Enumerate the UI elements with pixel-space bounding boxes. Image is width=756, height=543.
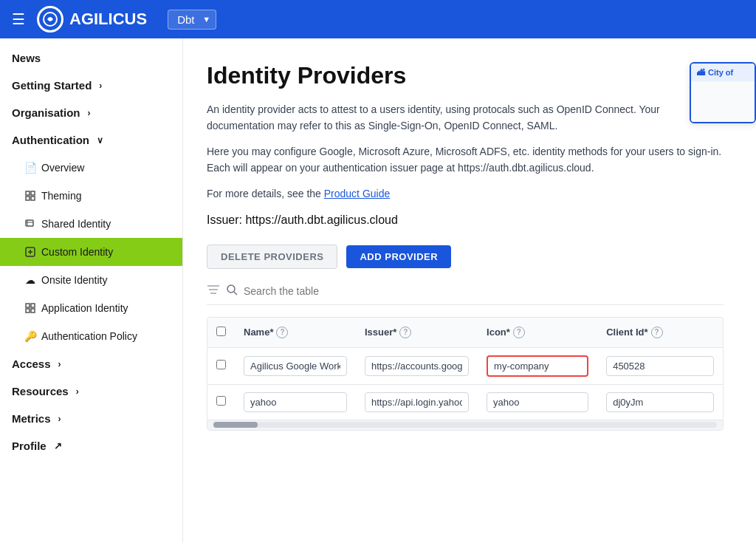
description-3: For more details, see the Product Guide: [207, 185, 724, 202]
col-issuer: Issuer* ?: [356, 318, 478, 348]
sidebar-item-onsite-identity-label: Onsite Identity: [41, 274, 108, 286]
city-icon: 🏙: [697, 68, 705, 77]
row2-icon-cell[interactable]: [478, 384, 597, 420]
row1-issuer-cell[interactable]: [356, 347, 478, 384]
row1-icon-cell[interactable]: [478, 347, 597, 384]
search-bar: [207, 284, 724, 305]
custom-identity-icon: [24, 245, 37, 259]
sidebar-item-metrics-label: Metrics: [12, 412, 51, 425]
sidebar-item-application-identity[interactable]: Application Identity: [0, 294, 182, 322]
sidebar-item-organisation-label: Organisation: [12, 106, 80, 119]
svg-rect-11: [26, 304, 30, 307]
row2-checkbox-cell: [207, 384, 235, 420]
client-id-help-icon[interactable]: ?: [651, 327, 663, 338]
sidebar: News Getting Started › Organisation › Au…: [0, 38, 183, 543]
sidebar-item-theming[interactable]: Theming: [0, 182, 182, 210]
svg-line-19: [234, 292, 237, 295]
name-help-icon[interactable]: ?: [276, 327, 288, 338]
sidebar-item-authentication-label: Authentication: [12, 134, 89, 146]
row2-issuer-cell[interactable]: [356, 384, 478, 420]
sidebar-item-overview-label: Overview: [41, 162, 84, 174]
sidebar-item-authentication[interactable]: Authentication ∨: [0, 126, 182, 154]
select-all-checkbox[interactable]: [216, 327, 226, 336]
sidebar-item-overview[interactable]: 📄 Overview: [0, 154, 182, 182]
issuer-help-icon[interactable]: ?: [399, 327, 411, 338]
filter-icon[interactable]: [207, 284, 220, 298]
svg-rect-2: [31, 191, 35, 195]
menu-icon[interactable]: ☰: [12, 10, 25, 28]
row2-name-input[interactable]: [244, 392, 347, 412]
row2-client-id-cell[interactable]: [597, 384, 723, 420]
table-row: [207, 347, 723, 384]
row2-checkbox[interactable]: [216, 396, 226, 406]
description-1: An identity provider acts to attest to a…: [207, 101, 724, 134]
issuer-label: Issuer:: [207, 214, 242, 226]
org-dropdown-wrapper[interactable]: Dbt ▼: [159, 10, 216, 30]
sidebar-item-shared-identity-label: Shared Identity: [41, 218, 111, 230]
sidebar-item-getting-started-label: Getting Started: [12, 79, 92, 92]
table-header-row: Name* ? Issuer* ?: [207, 318, 723, 348]
external-link-icon: ↗: [54, 440, 62, 451]
action-bar: DELETE PROVIDERS ADD PROVIDER: [207, 245, 724, 269]
sidebar-item-organisation[interactable]: Organisation ›: [0, 99, 182, 126]
sidebar-item-news[interactable]: News: [0, 44, 182, 72]
chevron-icon: ›: [76, 386, 79, 397]
col-checkbox: [207, 318, 235, 348]
sidebar-item-authentication-policy[interactable]: 🔑 Authentication Policy: [0, 322, 182, 350]
scroll-thumb: [213, 422, 258, 428]
row2-issuer-input[interactable]: [365, 392, 469, 412]
sidebar-item-profile[interactable]: Profile ↗: [0, 432, 182, 460]
row2-icon-input[interactable]: [487, 392, 588, 412]
row1-name-input[interactable]: [244, 356, 347, 376]
shared-identity-icon: [24, 217, 37, 230]
sidebar-item-access-label: Access: [12, 358, 51, 370]
row1-client-id-input[interactable]: [606, 356, 714, 376]
row1-client-id-cell[interactable]: [597, 347, 723, 384]
row1-icon-input[interactable]: [487, 355, 588, 377]
svg-point-18: [227, 285, 235, 293]
search-input[interactable]: [244, 285, 724, 297]
icon-help-icon[interactable]: ?: [513, 327, 525, 338]
description-2: Here you may configure Google, Microsoft…: [207, 143, 724, 177]
row1-name-cell[interactable]: [235, 347, 356, 384]
svg-rect-4: [31, 197, 35, 200]
sidebar-item-authentication-policy-label: Authentication Policy: [41, 330, 137, 342]
sidebar-item-metrics[interactable]: Metrics ›: [0, 405, 182, 432]
sidebar-item-shared-identity[interactable]: Shared Identity: [0, 210, 182, 238]
row2-client-id-input[interactable]: [606, 392, 714, 412]
row1-checkbox[interactable]: [216, 360, 226, 369]
scroll-track[interactable]: [213, 422, 717, 428]
row1-issuer-input[interactable]: [365, 356, 469, 376]
org-dropdown[interactable]: Dbt: [168, 10, 216, 30]
providers-table-wrapper: Name* ? Issuer* ?: [207, 317, 724, 431]
sidebar-item-onsite-identity[interactable]: ☁ Onsite Identity: [0, 266, 182, 294]
sidebar-item-custom-identity[interactable]: Custom Identity: [0, 238, 182, 266]
app-header: ☰ AGILICUS Dbt ▼: [0, 0, 756, 38]
content-inner: Identity Providers An identity provider …: [207, 62, 724, 431]
svg-rect-3: [26, 197, 30, 200]
row1-checkbox-cell: [207, 347, 235, 384]
col-client-id: Client Id* ?: [597, 318, 723, 348]
chevron-icon: ›: [58, 414, 61, 424]
svg-rect-13: [26, 309, 30, 313]
delete-providers-button[interactable]: DELETE PROVIDERS: [207, 245, 337, 269]
row2-name-cell[interactable]: [235, 384, 356, 420]
app-logo: AGILICUS: [37, 6, 147, 33]
providers-table: Name* ? Issuer* ?: [207, 318, 723, 420]
add-provider-button[interactable]: ADD PROVIDER: [346, 245, 451, 268]
col-icon: Icon* ?: [478, 318, 597, 348]
main-layout: News Getting Started › Organisation › Au…: [0, 38, 756, 543]
sidebar-item-getting-started[interactable]: Getting Started ›: [0, 72, 182, 99]
floating-card-body: [691, 81, 755, 122]
sidebar-item-news-label: News: [12, 52, 41, 64]
search-icon: [226, 284, 238, 298]
sidebar-item-resources[interactable]: Resources ›: [0, 378, 182, 405]
sidebar-item-theming-label: Theming: [41, 190, 81, 202]
page-title: Identity Providers: [207, 62, 724, 89]
sidebar-item-access[interactable]: Access ›: [0, 350, 182, 378]
svg-rect-14: [31, 309, 35, 313]
product-guide-link[interactable]: Product Guide: [324, 188, 391, 199]
sidebar-item-application-identity-label: Application Identity: [41, 302, 128, 314]
overview-icon: 📄: [24, 161, 37, 174]
floating-card-label: City of: [708, 68, 733, 77]
